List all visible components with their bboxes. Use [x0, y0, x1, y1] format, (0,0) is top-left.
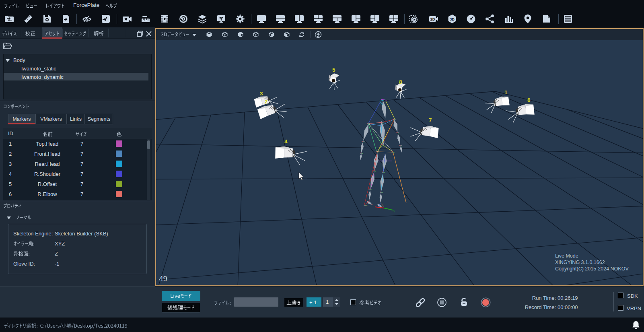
- svg-text:2: 2: [265, 99, 268, 105]
- svg-text:3: 3: [260, 91, 263, 97]
- svg-text:8: 8: [399, 79, 402, 85]
- svg-text:49: 49: [159, 274, 167, 283]
- svg-text:Copyright(C) 2015-2024 NOKOV: Copyright(C) 2015-2024 NOKOV: [555, 266, 629, 272]
- svg-text:6: 6: [527, 97, 531, 103]
- svg-text:1: 1: [504, 89, 508, 95]
- svg-text:Live Mode: Live Mode: [555, 253, 578, 259]
- svg-text:7: 7: [429, 117, 432, 123]
- svg-text:5: 5: [332, 67, 335, 73]
- svg-text:4: 4: [284, 138, 288, 144]
- svg-text:2D: 2D: [430, 17, 435, 21]
- svg-text:3D: 3D: [450, 17, 455, 21]
- svg-text:XINGYING 3.1.0.1662: XINGYING 3.1.0.1662: [555, 260, 605, 265]
- svg-text:Y: Y: [393, 210, 395, 213]
